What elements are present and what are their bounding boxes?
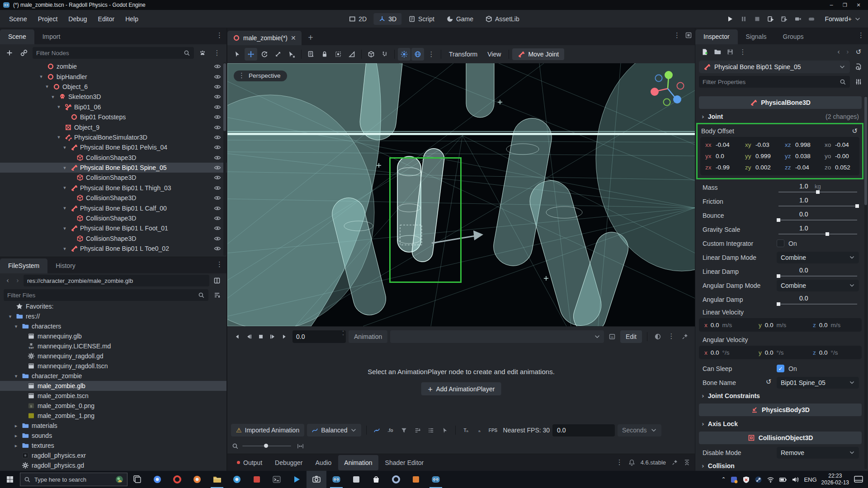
edit-history-icon[interactable]: ↺ (853, 46, 864, 58)
visibility-eye-icon[interactable] (214, 104, 221, 110)
visibility-eye-icon[interactable] (214, 135, 221, 140)
matrix-cell-zo[interactable]: zo0.052 (820, 164, 859, 171)
anim-play-icon[interactable] (279, 331, 290, 342)
tree-expand-icon[interactable]: ▾ (61, 185, 68, 191)
filesystem-menu-icon[interactable]: ⋮ (216, 261, 223, 268)
bottom-tab-output[interactable]: Output (231, 455, 268, 470)
bottom-tab-animation[interactable]: Animation (338, 455, 378, 470)
save-resource-icon[interactable] (724, 46, 736, 58)
fit-timeline-icon[interactable] (295, 441, 306, 451)
tray-app-icon[interactable] (730, 476, 738, 483)
close-button[interactable]: ✕ (852, 0, 865, 10)
function-track-icon[interactable]: .fo (385, 425, 396, 436)
pin-panel-icon[interactable] (679, 331, 690, 342)
play-button[interactable] (724, 13, 736, 25)
load-resource-icon[interactable] (712, 46, 723, 58)
bake-mode-dropdown[interactable]: Balanced (307, 424, 361, 436)
linear-damp-spin-slider[interactable]: 0.0 (777, 266, 859, 277)
property-tools-icon[interactable] (853, 76, 864, 88)
taskbar-clock[interactable]: 22:23 2026-02-13 (821, 473, 849, 486)
file-materials[interactable]: ▸materials (0, 421, 226, 431)
angular-velocity-vector[interactable]: x0.0°/sy0.0°/sz0.0°/s (699, 346, 862, 359)
snap-step-field[interactable]: 0.0 (552, 424, 615, 436)
tray-wifi-icon[interactable] (767, 476, 774, 483)
language-indicator[interactable]: ENG (804, 476, 816, 483)
visibility-eye-icon[interactable] (214, 185, 221, 191)
tree-node-object-9[interactable]: Object_9 (0, 122, 226, 132)
tab-inspector[interactable]: Inspector (695, 29, 738, 44)
tab-import[interactable]: Import (34, 29, 69, 44)
bottom-tab-audio[interactable]: Audio (310, 455, 338, 470)
sort-files-icon[interactable] (211, 289, 223, 301)
tree-expand-icon[interactable]: ▾ (13, 373, 19, 379)
tree-expand-icon[interactable]: ▸ (13, 423, 19, 429)
tree-node-skeleton3d[interactable]: ▾Skeleton3D (0, 92, 226, 102)
visibility-eye-icon[interactable] (214, 94, 221, 99)
notifications-bell-icon[interactable] (628, 459, 635, 466)
move-joint-button[interactable]: Move Joint (512, 48, 564, 60)
anim-play-backwards-icon[interactable] (244, 331, 255, 342)
tree-node-physicalbonesimulator3d[interactable]: ▾PhysicalBoneSimulator3D (0, 132, 226, 142)
tree-node-physical-bone-bip01-spine-05[interactable]: ▾Physical Bone Bip01 Spine_05 (0, 163, 226, 173)
tray-volume-icon[interactable] (792, 476, 799, 483)
edit-curves-icon[interactable] (372, 425, 382, 436)
edit-list-icon[interactable] (426, 425, 437, 436)
visibility-eye-icon[interactable] (214, 195, 221, 201)
snap-cursor-icon[interactable] (439, 425, 450, 436)
filter-nodes-input[interactable]: Filter Nodes (33, 47, 194, 59)
viewport-extra-menu-icon[interactable]: ⋮ (425, 48, 438, 61)
file-sounds[interactable]: ▸sounds (0, 431, 226, 441)
matrix-cell-zx[interactable]: zx-0.99 (700, 164, 740, 171)
scene-tree-scrollbar[interactable] (223, 62, 226, 256)
bottom-tab-shader-editor[interactable]: Shader Editor (379, 455, 430, 470)
edited-object-dropdown[interactable]: Physical Bone Bip01 Spine_05 (699, 61, 850, 73)
tree-node-collisionshape3d[interactable]: CollisionShape3D (0, 234, 226, 244)
tab-filesystem[interactable]: FileSystem (0, 258, 47, 273)
movie-maker-button[interactable] (792, 13, 804, 25)
section-joint-constraints[interactable]: ›Joint Constraints (699, 389, 862, 402)
tree-node-bip01-footsteps[interactable]: Bip01 Footsteps (0, 112, 226, 122)
filter-tracks-icon[interactable] (399, 425, 410, 436)
animation-library-icon[interactable]: lib (607, 331, 618, 342)
can-sleep-checkbox[interactable]: ✓On (777, 363, 859, 375)
visibility-eye-icon[interactable] (214, 206, 221, 211)
filesystem-path[interactable]: res://character_zombie/male_zombie.glb (24, 275, 209, 286)
workspace-tab-3d[interactable]: 3D (373, 13, 401, 25)
tree-expand-icon[interactable]: ▾ (61, 246, 68, 252)
add-animationplayer-button[interactable]: + Add AnimationPlayer (421, 382, 501, 395)
inspector-menu-icon[interactable]: ⋮ (858, 32, 864, 39)
file-ragdoll-physics-gd[interactable]: ragdoll_physics.gd (0, 460, 226, 470)
category-physicalbone3d[interactable]: PhysicalBone3D (699, 96, 862, 109)
distraction-free-icon[interactable] (685, 32, 692, 39)
visibility-eye-icon[interactable] (214, 225, 221, 231)
animation-time-spinbox[interactable]: 0.0 ˄˅ (292, 330, 346, 343)
play-scene-button[interactable] (765, 13, 777, 25)
visibility-eye-icon[interactable] (214, 145, 221, 150)
file-ragdoll-physics-exr[interactable]: ragdoll_physics.exr (0, 450, 226, 460)
close-tab-icon[interactable]: ✕ (291, 34, 296, 42)
scene-tabs-menu-icon[interactable]: ⋮ (674, 32, 680, 39)
friction-spin-slider[interactable]: 1.0 (777, 196, 859, 207)
file-mannequiny-ragdoll-gd[interactable]: mannequiny_ragdoll.gd (0, 351, 226, 361)
onion-past-icon[interactable]: Tₙ (461, 425, 472, 436)
taskbar-search-input[interactable]: Type here to search (20, 473, 127, 486)
file-textures[interactable]: ▸textures (0, 441, 226, 450)
angular-damp-mode-dropdown[interactable]: Combine (777, 280, 859, 291)
matrix-cell-xz[interactable]: xz0.998 (780, 141, 820, 148)
maximize-button[interactable]: ❐ (838, 0, 852, 10)
tree-node-object-6[interactable]: ▾Object_6 (0, 82, 226, 92)
file-male-zombie-tscn[interactable]: male_zombie.tscn (0, 391, 226, 401)
history-back-icon[interactable]: ‹ (835, 48, 843, 56)
file-character-zombie[interactable]: ▾character_zombie (0, 371, 226, 381)
angular-damp-spin-slider[interactable]: 0.0 (777, 294, 859, 305)
taskbar-app-media-player[interactable] (287, 471, 307, 488)
taskbar-app-grey-app[interactable] (346, 471, 366, 488)
taskbar-app-screenshot-tool[interactable] (307, 471, 326, 488)
tray-battery-icon[interactable] (779, 476, 787, 483)
scene-dock-menu-icon[interactable]: ⋮ (216, 32, 223, 39)
matrix-cell-zz[interactable]: zz-0.04 (780, 164, 820, 171)
history-forward-icon[interactable]: › (844, 48, 852, 56)
section-joint[interactable]: ›Joint(2 changes) (699, 110, 862, 123)
tree-node-collisionshape3d[interactable]: CollisionShape3D (0, 213, 226, 223)
pin-bottom-panel-icon[interactable] (671, 459, 678, 466)
